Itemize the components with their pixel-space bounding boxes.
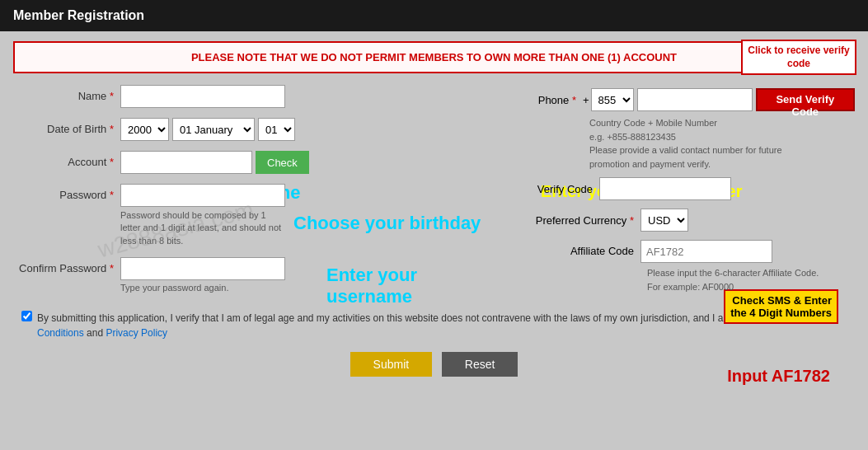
notice-text: PLEASE NOTE THAT WE DO NOT PERMIT MEMBER…: [191, 51, 677, 63]
confirm-label: Confirm Password *: [13, 257, 120, 274]
form-area: Name * Date of Birth * 2000 01 Ja: [13, 85, 855, 302]
affiliate-label: Affiliate Code: [517, 240, 640, 257]
verify-input[interactable]: [599, 177, 731, 200]
verify-label: Verify Code: [517, 183, 599, 195]
reset-button[interactable]: Reset: [442, 352, 518, 377]
country-code-select[interactable]: 855: [591, 88, 634, 111]
account-row: Account * Check: [13, 151, 492, 174]
affiliate-row: Affiliate Code: [517, 240, 855, 263]
check-button[interactable]: Check: [256, 151, 309, 174]
password-row: Password * Password should be composed b…: [13, 184, 492, 247]
dob-row: Date of Birth * 2000 01 January 01: [13, 118, 492, 141]
phone-row: Phone * + 855 Send Verify Code: [517, 88, 855, 111]
verify-row: Verify Code: [517, 177, 855, 200]
phone-plus: +: [583, 94, 589, 106]
currency-label: Preferred Currency *: [517, 214, 640, 227]
phone-note: Country Code + Mobile Number e.g. +855-8…: [589, 116, 855, 171]
privacy-policy-link[interactable]: Privacy Policy: [106, 327, 167, 339]
confirm-hint: Type your password again.: [120, 283, 285, 293]
name-row: Name *: [13, 85, 492, 108]
page-wrapper: Member Registration PLEASE NOTE THAT WE …: [0, 0, 868, 387]
tooltip-af: Input AF1782: [727, 367, 830, 386]
content-area: PLEASE NOTE THAT WE DO NOT PERMIT MEMBER…: [0, 31, 868, 387]
right-column: Phone * + 855 Send Verify Code Country C…: [509, 85, 855, 302]
click-badge: Click to receive verify code: [741, 40, 856, 75]
dob-year-select[interactable]: 2000: [120, 118, 169, 141]
page-title: Member Registration: [13, 8, 144, 22]
confirm-password-row: Confirm Password * Type your password ag…: [13, 257, 492, 293]
phone-input[interactable]: [637, 88, 753, 111]
confirm-input[interactable]: [120, 257, 285, 280]
currency-select[interactable]: USD: [640, 209, 688, 232]
account-input[interactable]: [120, 151, 252, 174]
name-input[interactable]: [120, 85, 285, 108]
form-area-wrapper: Enter your name Choose your birthday Ent…: [13, 85, 855, 302]
page-header: Member Registration: [0, 0, 868, 31]
dob-label: Date of Birth *: [13, 118, 120, 135]
dob-day-select[interactable]: 01: [258, 118, 295, 141]
password-hint: Password should be composed by 1 letter …: [120, 209, 285, 247]
terms-checkbox[interactable]: [21, 311, 32, 321]
name-label: Name *: [13, 85, 120, 102]
phone-label: Phone *: [517, 94, 583, 106]
confirm-field-group: Type your password again.: [120, 257, 285, 293]
password-field-group: Password should be composed by 1 letter …: [120, 184, 285, 247]
left-column: Name * Date of Birth * 2000 01 Ja: [13, 85, 509, 302]
notice-box: PLEASE NOTE THAT WE DO NOT PERMIT MEMBER…: [13, 41, 855, 73]
password-input[interactable]: [120, 184, 285, 207]
dob-month-select[interactable]: 01 January: [172, 118, 255, 141]
account-label: Account *: [13, 151, 120, 168]
currency-row: Preferred Currency * USD: [517, 209, 855, 232]
send-verify-button[interactable]: Send Verify Code: [756, 88, 855, 111]
password-label: Password *: [13, 184, 120, 201]
affiliate-note: Please input the 6-character Affiliate C…: [647, 266, 855, 293]
submit-button[interactable]: Submit: [350, 352, 433, 377]
affiliate-input[interactable]: [640, 240, 772, 263]
